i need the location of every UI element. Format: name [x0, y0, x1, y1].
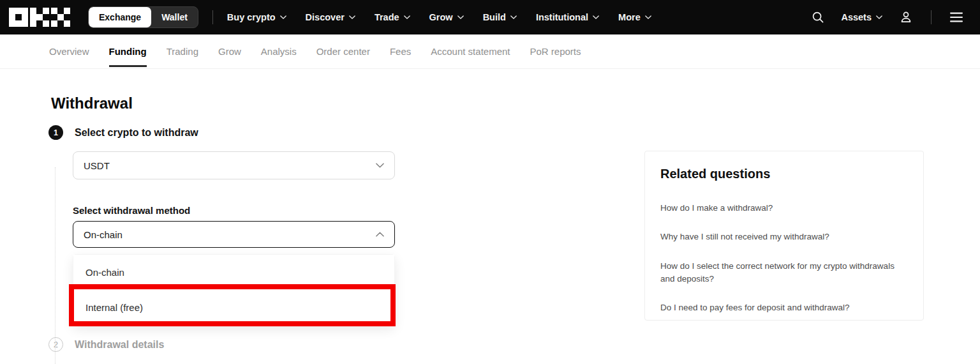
method-select[interactable]: On-chain	[73, 221, 395, 248]
top-navigation: Exchange Wallet Buy crypto Discover Trad…	[0, 0, 980, 34]
chevron-down-icon	[457, 15, 464, 19]
chevron-down-icon	[280, 15, 286, 19]
crypto-select[interactable]: USDT	[73, 151, 395, 179]
step-2-header: 2 Withdrawal details	[48, 337, 980, 352]
menu-institutional[interactable]: Institutional	[536, 12, 599, 22]
toggle-exchange[interactable]: Exchange	[89, 7, 151, 27]
related-question-link[interactable]: How do I select the correct network for …	[660, 260, 908, 286]
menu-trade[interactable]: Trade	[375, 12, 410, 22]
tab-overview[interactable]: Overview	[49, 34, 89, 69]
account-subnav: Overview Funding Trading Grow Analysis O…	[0, 34, 980, 69]
related-questions-panel: Related questions How do I make a withdr…	[644, 151, 924, 321]
nav-divider	[931, 10, 932, 24]
option-on-chain[interactable]: On-chain	[73, 255, 394, 290]
toggle-wallet[interactable]: Wallet	[151, 7, 198, 27]
method-dropdown: On-chain Internal (free)	[73, 254, 395, 326]
okx-logo[interactable]	[9, 8, 70, 27]
chevron-down-icon	[376, 163, 384, 168]
exchange-wallet-toggle: Exchange Wallet	[88, 6, 198, 28]
menu-label: Build	[483, 12, 506, 22]
menu-label: Buy crypto	[227, 12, 276, 22]
chevron-down-icon	[404, 15, 410, 19]
tab-por-reports[interactable]: PoR reports	[530, 34, 581, 69]
okx-logo-x	[51, 8, 70, 27]
menu-label: Trade	[375, 12, 399, 22]
chevron-down-icon	[645, 15, 651, 19]
tab-order-center[interactable]: Order center	[316, 34, 370, 69]
topnav-right-cluster: Assets	[812, 10, 963, 24]
tab-trading[interactable]: Trading	[167, 34, 198, 69]
method-select-value: On-chain	[84, 229, 122, 240]
assets-label: Assets	[841, 12, 872, 22]
withdrawal-page: Withdrawal 1 Select crypto to withdraw U…	[0, 95, 980, 352]
okx-logo-o	[9, 8, 28, 27]
related-questions-title: Related questions	[660, 167, 908, 181]
menu-label: Grow	[429, 12, 453, 22]
menu-label: More	[618, 12, 641, 22]
menu-more[interactable]: More	[618, 12, 651, 22]
step-2-label: Withdrawal details	[75, 339, 164, 351]
chevron-down-icon	[593, 15, 599, 19]
step-connector-line	[55, 167, 56, 364]
menu-build[interactable]: Build	[483, 12, 517, 22]
step-1-controls: USDT Select withdrawal method On-chain O…	[73, 151, 395, 326]
related-question-link[interactable]: Why have I still not received my withdra…	[660, 231, 908, 243]
chevron-down-icon	[349, 15, 355, 19]
step-2-badge: 2	[48, 337, 63, 352]
menu-grow[interactable]: Grow	[429, 12, 464, 22]
page-title: Withdrawal	[51, 95, 980, 112]
chevron-down-icon	[510, 15, 517, 19]
tab-grow[interactable]: Grow	[218, 34, 241, 69]
option-internal-free[interactable]: Internal (free)	[73, 290, 394, 325]
menu-label: Discover	[306, 12, 345, 22]
method-field-label: Select withdrawal method	[73, 205, 395, 216]
related-question-link[interactable]: Do I need to pay fees for deposit and wi…	[660, 301, 908, 314]
crypto-select-value: USDT	[84, 160, 110, 171]
search-icon[interactable]	[812, 11, 824, 24]
menu-label: Institutional	[536, 12, 588, 22]
related-question-link[interactable]: How do I make a withdrawal?	[660, 202, 908, 215]
nav-divider	[212, 10, 213, 24]
user-icon[interactable]	[899, 10, 913, 24]
step-1-label: Select crypto to withdraw	[75, 127, 198, 139]
chevron-down-icon	[876, 15, 882, 19]
menu-buy-crypto[interactable]: Buy crypto	[227, 12, 286, 22]
tab-analysis[interactable]: Analysis	[261, 34, 297, 69]
main-menu: Buy crypto Discover Trade Grow Build Ins…	[227, 12, 651, 22]
hamburger-menu-icon[interactable]	[949, 11, 963, 23]
okx-logo-k	[30, 8, 49, 27]
tab-fees[interactable]: Fees	[390, 34, 411, 69]
step-1-badge: 1	[48, 125, 63, 140]
tab-account-statement[interactable]: Account statement	[431, 34, 510, 69]
menu-discover[interactable]: Discover	[306, 12, 355, 22]
assets-menu[interactable]: Assets	[841, 12, 882, 22]
step-1-header: 1 Select crypto to withdraw	[48, 125, 980, 140]
chevron-up-icon	[376, 232, 384, 237]
tab-funding[interactable]: Funding	[109, 34, 147, 69]
